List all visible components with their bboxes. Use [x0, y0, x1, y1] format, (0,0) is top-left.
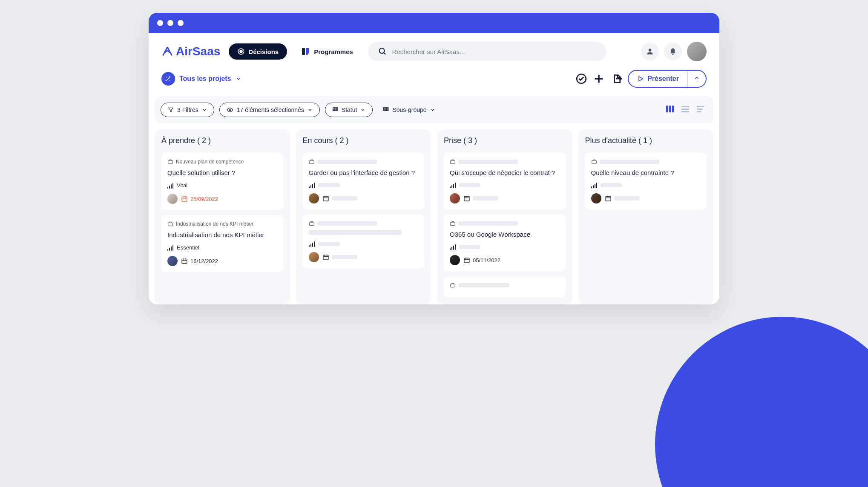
- card-tag: [309, 159, 419, 165]
- project-selector[interactable]: Tous les projets: [161, 72, 241, 86]
- svg-point-1: [240, 50, 242, 53]
- card-date: [322, 254, 357, 261]
- card-priority: Vital: [167, 182, 277, 189]
- window-titlebar: [149, 13, 719, 33]
- assignee-avatar[interactable]: [167, 194, 178, 204]
- svg-rect-35: [697, 111, 701, 112]
- project-selector-label: Tous les projets: [179, 75, 231, 83]
- card-priority: Essentiel: [167, 244, 277, 251]
- assignee-avatar[interactable]: [450, 255, 460, 265]
- card-title: Garder ou pas l'interface de gestion ?: [309, 168, 419, 177]
- nav-decisions[interactable]: Décisions: [229, 43, 287, 60]
- logo-icon: [161, 46, 173, 57]
- svg-rect-24: [384, 109, 385, 111]
- kanban-card[interactable]: Nouveau plan de compétenceQuelle solutio…: [161, 153, 283, 210]
- filter-subgroup[interactable]: Sous-groupe: [378, 103, 440, 117]
- header: AirSaas Décisions Programmes: [149, 33, 719, 70]
- card-tag: [591, 159, 701, 165]
- window-dot[interactable]: [157, 20, 163, 26]
- search-icon: [378, 47, 387, 56]
- present-button[interactable]: Présenter: [628, 70, 707, 88]
- card-tag: [309, 221, 419, 226]
- view-toggle-compact[interactable]: [694, 102, 707, 117]
- user-avatar[interactable]: [687, 42, 707, 61]
- priority-bars-icon: [167, 183, 173, 189]
- card-footer: [309, 252, 419, 262]
- svg-rect-16: [335, 108, 336, 109]
- filter-subgroup-label: Sous-groupe: [392, 106, 426, 113]
- calendar-icon: [181, 258, 188, 264]
- svg-point-14: [229, 109, 231, 111]
- user-icon-button[interactable]: [641, 43, 659, 60]
- filter-selection-chip[interactable]: 17 éléments sélectionnés: [219, 103, 320, 117]
- plus-icon: [593, 73, 605, 85]
- add-button[interactable]: [593, 73, 605, 85]
- card-priority: [309, 241, 419, 247]
- svg-rect-41: [168, 223, 173, 226]
- svg-rect-67: [592, 160, 596, 164]
- grid-icon: [332, 107, 338, 113]
- logo-text: AirSaas: [176, 45, 220, 58]
- kanban-card[interactable]: Qui s'occupe de négocier le contrat ?: [444, 153, 566, 209]
- card-tag: Industrialisation de nos KPI métier: [167, 221, 277, 227]
- search-input[interactable]: [392, 48, 596, 55]
- card-title: Industrialisation de nos KPI métier: [167, 230, 277, 239]
- kanban-card[interactable]: Quelle niveau de contrainte ?: [585, 153, 707, 209]
- kanban-card[interactable]: [303, 215, 425, 268]
- eye-icon: [227, 106, 233, 113]
- kanban-card-partial[interactable]: [444, 276, 566, 298]
- kanban-column: À prendre ( 2 )Nouveau plan de compétenc…: [155, 129, 290, 304]
- filters-bar: 3 Filtres 17 éléments sélectionnés Statu…: [155, 96, 713, 123]
- nav-programmes[interactable]: Programmes: [296, 43, 359, 60]
- user-icon: [646, 47, 654, 56]
- kanban-card[interactable]: Industrialisation de nos KPI métierIndus…: [161, 215, 283, 272]
- check-circle-button[interactable]: [576, 73, 587, 84]
- board-view-icon: [665, 104, 675, 114]
- assignee-avatar[interactable]: [450, 193, 460, 203]
- svg-rect-17: [336, 108, 338, 109]
- briefcase-icon: [309, 221, 315, 226]
- kanban-column: Prise ( 3 )Qui s'occupe de négocier le c…: [437, 129, 572, 304]
- kanban-card[interactable]: Garder ou pas l'interface de gestion ?: [303, 153, 425, 209]
- app-window: AirSaas Décisions Programmes: [149, 13, 719, 304]
- priority-bars-icon: [167, 245, 173, 251]
- kanban-column: Plus d'actualité ( 1 )Quelle niveau de c…: [578, 129, 714, 304]
- svg-rect-27: [666, 106, 668, 112]
- assignee-avatar[interactable]: [167, 256, 178, 266]
- card-footer: [309, 193, 419, 203]
- svg-rect-18: [333, 109, 334, 111]
- notifications-button[interactable]: [664, 43, 682, 60]
- svg-rect-46: [309, 160, 314, 164]
- assignee-avatar[interactable]: [309, 193, 319, 203]
- filter-status-chip[interactable]: Statut: [325, 103, 373, 117]
- filter-count-chip[interactable]: 3 Filtres: [161, 103, 214, 117]
- search-bar[interactable]: [368, 42, 606, 61]
- view-toggle-board[interactable]: [663, 102, 677, 117]
- briefcase-icon: [450, 221, 456, 226]
- card-date: 16/12/2022: [181, 258, 218, 264]
- bell-icon: [669, 47, 677, 56]
- kanban-card[interactable]: O365 ou Google Workspace05/11/2022: [444, 215, 566, 271]
- briefcase-icon: [167, 221, 173, 227]
- card-tag: [450, 159, 560, 165]
- priority-bars-icon: [309, 241, 315, 247]
- present-dropdown[interactable]: [687, 71, 706, 87]
- svg-marker-12: [639, 77, 643, 81]
- briefcase-icon: [167, 159, 173, 165]
- view-toggle-list[interactable]: [678, 102, 692, 117]
- window-dot[interactable]: [178, 20, 184, 26]
- logo[interactable]: AirSaas: [161, 45, 220, 58]
- card-title: Quelle niveau de contrainte ?: [591, 168, 701, 177]
- chevron-down-icon: [308, 107, 313, 112]
- card-tag-label: Industrialisation de nos KPI métier: [176, 221, 253, 227]
- priority-bars-icon: [591, 182, 597, 188]
- column-title: À prendre ( 2 ): [161, 136, 283, 145]
- card-date: [605, 195, 640, 202]
- assignee-avatar[interactable]: [591, 193, 601, 203]
- assignee-avatar[interactable]: [309, 252, 319, 262]
- export-button[interactable]: [611, 73, 622, 84]
- card-footer: [591, 193, 701, 203]
- window-dot[interactable]: [167, 20, 173, 26]
- svg-rect-34: [697, 109, 703, 110]
- calendar-icon: [463, 257, 470, 264]
